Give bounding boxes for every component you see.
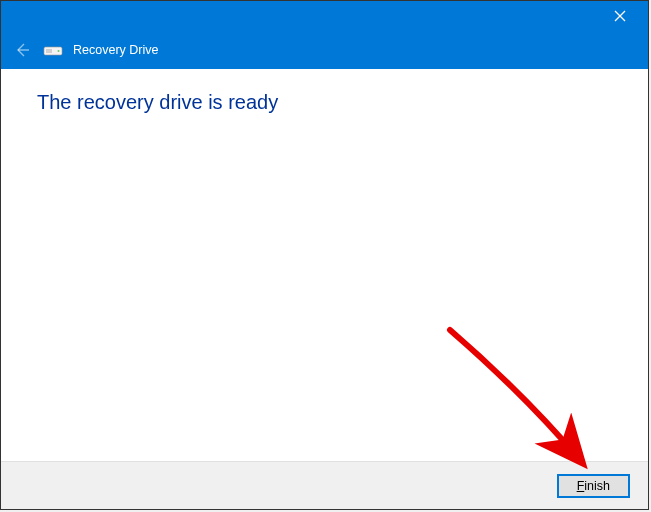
back-arrow-icon bbox=[14, 42, 30, 58]
recovery-drive-wizard: Recovery Drive The recovery drive is rea… bbox=[0, 0, 649, 510]
titlebar bbox=[1, 1, 648, 31]
svg-rect-4 bbox=[46, 49, 52, 53]
finish-rest: inish bbox=[584, 479, 610, 493]
footer: Finish bbox=[1, 461, 648, 509]
drive-icon bbox=[43, 43, 63, 57]
status-heading: The recovery drive is ready bbox=[37, 91, 612, 114]
back-button[interactable] bbox=[11, 39, 33, 61]
finish-button[interactable]: Finish bbox=[557, 474, 630, 498]
close-button[interactable] bbox=[600, 1, 640, 31]
header: Recovery Drive bbox=[1, 31, 648, 69]
svg-point-5 bbox=[58, 50, 60, 52]
close-icon bbox=[614, 10, 626, 22]
content-area: The recovery drive is ready bbox=[1, 69, 648, 461]
window-title: Recovery Drive bbox=[73, 43, 158, 57]
